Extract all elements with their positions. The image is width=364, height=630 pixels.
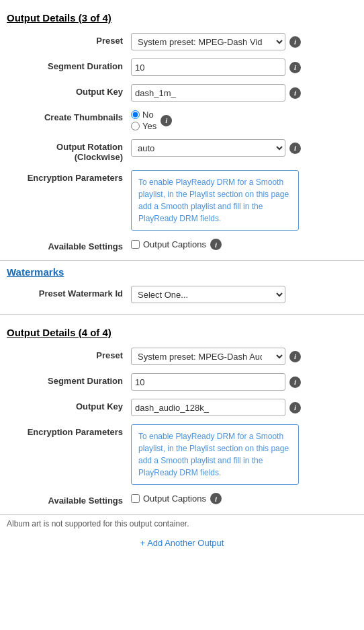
- output-key-label-1: Output Key: [7, 84, 131, 97]
- radio-yes-label: Yes: [142, 121, 156, 131]
- segment-duration-input-2[interactable]: 10: [131, 373, 285, 391]
- output-key-input-2[interactable]: dash_audio_128k_: [131, 399, 285, 416]
- output-captions-label-2: Output Captions: [143, 494, 206, 504]
- rotation-select[interactable]: auto: [131, 139, 285, 157]
- output-details-4: Output Details (4 of 4) Preset System pr…: [0, 315, 364, 515]
- output-captions-wrap-1: Output Captions: [131, 239, 206, 249]
- segment-duration-label-2: Segment Duration: [7, 373, 131, 386]
- available-settings-row-2: Available Settings Output Captions i: [0, 489, 364, 510]
- segment-duration-input-1[interactable]: 10: [131, 58, 285, 76]
- create-thumbnails-row: Create Thumbnails No Yes i: [0, 106, 364, 135]
- rotation-info-icon[interactable]: i: [289, 143, 301, 154]
- preset-control-wrap-2: System preset: MPEG-Dash Audio - 12 i: [131, 348, 357, 365]
- encryption-box-1: To enable PlayReady DRM for a Smooth pla…: [131, 170, 299, 231]
- thumbnails-control: No Yes i: [131, 110, 357, 131]
- output-key-label-2: Output Key: [7, 399, 131, 411]
- output-details-4-title: Output Details (4 of 4): [0, 321, 364, 344]
- output-rotation-label: Output Rotation (Clockwise): [7, 139, 131, 162]
- radio-no-input[interactable]: [131, 110, 140, 119]
- radio-no-option[interactable]: No: [131, 110, 156, 120]
- watermark-id-row: Preset Watermark Id Select One...: [0, 282, 364, 307]
- output-details-3-title: Output Details (3 of 4): [0, 7, 364, 29]
- thumbnails-radio-group: No Yes: [131, 110, 156, 131]
- segment-duration-control-1: 10 i: [131, 58, 357, 76]
- watermarks-title: Watermarks: [0, 261, 364, 282]
- preset-control-wrap-1: System preset: MPEG-Dash Video - 1. i: [131, 33, 357, 50]
- output-key-info-icon-2[interactable]: i: [289, 402, 301, 414]
- preset-info-icon-2[interactable]: i: [289, 351, 301, 362]
- segment-duration-label-1: Segment Duration: [7, 58, 131, 71]
- output-captions-checkbox-1[interactable]: [131, 240, 140, 249]
- segment-duration-info-icon-1[interactable]: i: [289, 62, 301, 73]
- segment-duration-row-1: Segment Duration 10 i: [0, 54, 364, 80]
- output-key-control-2: dash_audio_128k_ i: [131, 399, 357, 416]
- encryption-row-2: Encryption Parameters To enable PlayRead…: [0, 420, 364, 489]
- preset-info-icon-1[interactable]: i: [289, 36, 301, 48]
- available-settings-control-1: Output Captions i: [131, 239, 357, 250]
- output-captions-label-1: Output Captions: [143, 239, 206, 249]
- watermark-select[interactable]: Select One...: [131, 286, 285, 303]
- output-captions-wrap-2: Output Captions: [131, 494, 206, 504]
- rotation-control: auto i: [131, 139, 357, 157]
- preset-row-1: Preset System preset: MPEG-Dash Video - …: [0, 29, 364, 54]
- preset-label-2: Preset: [7, 348, 131, 360]
- output-rotation-row: Output Rotation (Clockwise) auto i: [0, 135, 364, 166]
- output-key-info-icon-1[interactable]: i: [289, 87, 301, 99]
- encryption-control-2: To enable PlayReady DRM for a Smooth pla…: [131, 424, 357, 485]
- create-thumbnails-label: Create Thumbnails: [7, 110, 131, 122]
- output-key-row-2: Output Key dash_audio_128k_ i: [0, 395, 364, 420]
- add-output-row: + Add Another Output: [0, 530, 364, 553]
- encryption-label-2: Encryption Parameters: [7, 424, 131, 437]
- available-settings-info-icon-1[interactable]: i: [210, 239, 222, 250]
- output-key-row-1: Output Key dash_1m_ i: [0, 80, 364, 106]
- album-art-note: Album art is not supported for this outp…: [0, 515, 364, 530]
- available-settings-label-1: Available Settings: [7, 239, 131, 251]
- available-settings-control-2: Output Captions i: [131, 493, 357, 504]
- watermarks-section: Watermarks Preset Watermark Id Select On…: [0, 261, 364, 315]
- add-output-link[interactable]: + Add Another Output: [140, 538, 224, 548]
- output-key-input-1[interactable]: dash_1m_: [131, 84, 285, 102]
- available-settings-info-icon-2[interactable]: i: [210, 493, 222, 504]
- radio-no-label: No: [142, 110, 154, 120]
- output-details-3: Output Details (3 of 4) Preset System pr…: [0, 0, 364, 261]
- segment-duration-row-2: Segment Duration 10 i: [0, 369, 364, 395]
- segment-duration-info-icon-2[interactable]: i: [289, 377, 301, 388]
- output-captions-checkbox-2[interactable]: [131, 494, 140, 503]
- preset-row-2: Preset System preset: MPEG-Dash Audio - …: [0, 344, 364, 369]
- encryption-label-1: Encryption Parameters: [7, 170, 131, 183]
- preset-select-1[interactable]: System preset: MPEG-Dash Video - 1.: [131, 33, 285, 50]
- encryption-box-2: To enable PlayReady DRM for a Smooth pla…: [131, 424, 299, 485]
- preset-label-1: Preset: [7, 33, 131, 46]
- available-settings-label-2: Available Settings: [7, 493, 131, 506]
- encryption-row-1: Encryption Parameters To enable PlayRead…: [0, 166, 364, 235]
- watermark-control: Select One...: [131, 286, 357, 303]
- available-settings-row-1: Available Settings Output Captions i: [0, 235, 364, 256]
- segment-duration-control-2: 10 i: [131, 373, 357, 391]
- encryption-control-1: To enable PlayReady DRM for a Smooth pla…: [131, 170, 357, 231]
- radio-yes-input[interactable]: [131, 122, 140, 130]
- thumbnails-info-icon[interactable]: i: [161, 115, 172, 126]
- watermark-id-label: Preset Watermark Id: [7, 286, 131, 299]
- footer: Album art is not supported for this outp…: [0, 515, 364, 553]
- output-key-control-1: dash_1m_ i: [131, 84, 357, 102]
- radio-yes-option[interactable]: Yes: [131, 121, 156, 131]
- preset-select-2[interactable]: System preset: MPEG-Dash Audio - 12: [131, 348, 285, 365]
